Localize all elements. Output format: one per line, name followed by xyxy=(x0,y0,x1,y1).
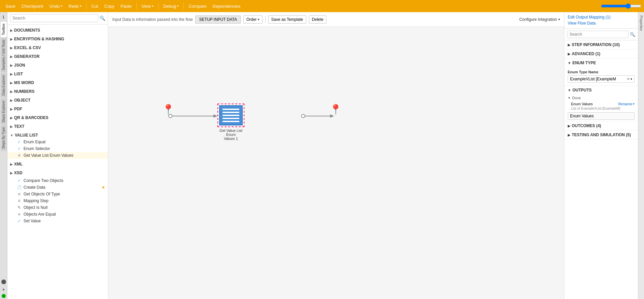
node-inner-box xyxy=(219,105,243,125)
right-panel-header: Edit Output Mapping (1) View Flow Data xyxy=(564,12,638,29)
separator-3 xyxy=(158,3,159,9)
step-information-section-header[interactable]: ▶ STEP INFORMATION (10) xyxy=(564,40,638,49)
section-documents-header[interactable]: ▶ DOCUMENTS xyxy=(7,27,108,34)
right-search-box: 🔍 xyxy=(564,29,638,40)
search-box: 🔍 xyxy=(7,12,108,25)
enum-type-section: ▼ ENUM TYPE Enum Type Name ExampleVList … xyxy=(564,59,638,86)
order-button[interactable]: Order ▾ xyxy=(243,15,263,24)
node-label: Get Value List EnumValues 1 xyxy=(216,128,246,141)
cut-button[interactable]: Cut xyxy=(89,2,101,10)
chevron-right-icon: ▶ xyxy=(568,124,570,128)
order-chevron-icon: ▾ xyxy=(258,18,259,21)
right-search-icon: 🔍 xyxy=(630,32,635,37)
section-object: ▶ OBJECT xyxy=(7,96,108,105)
outcomes-section-header[interactable]: ▶ OUTCOMES (4) xyxy=(564,121,638,130)
section-xml-header[interactable]: ▶ XML xyxy=(7,161,108,167)
tree-item-set-value[interactable]: ✓ Set Value xyxy=(7,218,108,224)
debug-button[interactable]: Debug ▾ xyxy=(161,2,182,10)
view-flow-data-link[interactable]: View Flow Data xyxy=(568,20,635,26)
advanced-section-header[interactable]: ▶ ADVANCED (1) xyxy=(564,49,638,59)
node-box[interactable] xyxy=(217,104,244,127)
enum-type-select[interactable]: ExampleVList [ExampleM ✕ ▾ xyxy=(568,75,635,83)
section-qr-header[interactable]: ▶ QR & BARCODES xyxy=(7,114,108,121)
sidebar: 🔍 ▶ DOCUMENTS ▶ ENCRYPTION & HASHING xyxy=(7,12,108,299)
section-valuelist-header[interactable]: ▼ VALUE LIST xyxy=(7,132,108,139)
clear-icon[interactable]: ✕ xyxy=(627,77,630,81)
configure-integration-button[interactable]: Configure Integration ▾ xyxy=(519,17,560,22)
separator-2 xyxy=(136,3,137,9)
tree-item-create-data[interactable]: 📄 Create Data ★ xyxy=(7,184,108,191)
circle-icon-1 xyxy=(1,279,6,284)
info-icon[interactable]: ℹ xyxy=(1,13,6,21)
section-numbers-header[interactable]: ▶ NUMBERS xyxy=(7,88,108,95)
undo-button[interactable]: Undo ▾ xyxy=(47,2,65,10)
toolbar-separator-canvas xyxy=(265,16,266,23)
dropdown-chevron-icon[interactable]: ▾ xyxy=(631,77,632,81)
tree-container: ▶ DOCUMENTS ▶ ENCRYPTION & HASHING ▶ EXC… xyxy=(7,25,108,299)
copy-button[interactable]: Copy xyxy=(102,2,117,10)
testing-section-header[interactable]: ▶ TESTING AND SIMULATION (5) xyxy=(564,130,638,140)
chevron-right-icon: ▶ xyxy=(10,171,13,175)
search-input[interactable] xyxy=(10,14,98,22)
start-marker: 📍 xyxy=(162,104,174,115)
redo-button[interactable]: Redo ▾ xyxy=(66,2,84,10)
section-list-header[interactable]: ▶ LIST xyxy=(7,71,108,77)
node-line-3 xyxy=(223,115,239,116)
setup-input-data-button[interactable]: SETUP INPUT DATA xyxy=(195,15,240,24)
enum-type-section-header[interactable]: ▼ ENUM TYPE xyxy=(564,59,638,67)
tree-item-get-value-list[interactable]: ≡ Get Value List Enum Values xyxy=(7,152,108,159)
section-encryption-header[interactable]: ▶ ENCRYPTION & HASHING xyxy=(7,36,108,42)
paste-button[interactable]: Paste xyxy=(118,2,134,10)
tree-item-objects-are-equal[interactable]: ≡ Objects Are Equal xyxy=(7,211,108,218)
save-button[interactable]: Save xyxy=(3,2,18,10)
samples-tab[interactable]: Samples / Unit Tests xyxy=(1,38,7,72)
view-button[interactable]: View ▾ xyxy=(139,2,156,10)
pencil-icon: ✎ xyxy=(17,205,22,210)
section-excel-header[interactable]: ▶ EXCEL & CSV xyxy=(7,44,108,51)
section-json: ▶ JSON xyxy=(7,61,108,70)
list-icon: ≡ xyxy=(17,212,22,217)
separator-4 xyxy=(184,3,184,9)
list-icon: ≡ xyxy=(17,153,22,158)
section-text-header[interactable]: ▶ TEXT xyxy=(7,123,108,130)
steps-by-type-tab[interactable]: Steps By Type xyxy=(1,125,7,151)
section-object-header[interactable]: ▶ OBJECT xyxy=(7,97,108,104)
tree-item-enum-selector[interactable]: ✓ Enum Selector xyxy=(7,145,108,152)
section-json-header[interactable]: ▶ JSON xyxy=(7,62,108,69)
section-msword-header[interactable]: ▶ MS WORD xyxy=(7,79,108,86)
outputs-section-header[interactable]: ▼ OUTPUTS xyxy=(564,86,638,95)
steps-explorer-tab[interactable]: Steps Explorer xyxy=(1,99,7,125)
star-icon: ★ xyxy=(102,185,105,190)
zoom-slider[interactable] xyxy=(601,3,641,9)
tree-item-object-is-null[interactable]: ✎ Object Is Null xyxy=(7,204,108,211)
right-search-input[interactable] xyxy=(567,31,629,38)
flow-node-get-value-list[interactable]: Get Value List EnumValues 1 xyxy=(216,104,246,141)
toolbox-tab[interactable]: Toolbox xyxy=(1,22,7,37)
compare-button[interactable]: Compare xyxy=(186,2,209,10)
enum-values-input[interactable] xyxy=(568,112,635,120)
save-as-template-button[interactable]: Save as Template xyxy=(268,15,306,24)
section-xsd: ▶ XSD xyxy=(7,169,108,177)
tree-item-mapping-step[interactable]: ≡ Mapping Step xyxy=(7,197,108,204)
data-explorer-tab[interactable]: Data Explorer xyxy=(1,73,7,98)
edit-output-mapping-link[interactable]: Edit Output Mapping (1) xyxy=(568,14,635,20)
chevron-right-icon: ▶ xyxy=(10,90,13,94)
section-generator-header[interactable]: ▶ GENERATOR xyxy=(7,53,108,60)
tree-item-enum-equal[interactable]: ✓ Enum Equal xyxy=(7,139,108,145)
main-layout: ℹ Toolbox Samples / Unit Tests Data Expl… xyxy=(0,12,644,299)
tree-item-compare-two-objects[interactable]: ✓ Compare Two Objects xyxy=(7,177,108,184)
tree-item-get-objects-of-type[interactable]: ≡ Get Objects Of Type xyxy=(7,191,108,197)
section-xsd-header[interactable]: ▶ XSD xyxy=(7,170,108,176)
dependencies-button[interactable]: Dependencies xyxy=(210,2,243,10)
checkpoint-button[interactable]: Checkpoint xyxy=(19,2,46,10)
delete-button[interactable]: Delete xyxy=(309,15,327,24)
chevron-right-icon: ▶ xyxy=(10,107,13,111)
checkmark-icon: ✓ xyxy=(17,178,22,183)
chevron-down-icon: ▼ xyxy=(10,134,13,137)
undo-chevron-icon: ▾ xyxy=(61,4,63,8)
chevron-down-icon: ▼ xyxy=(568,61,571,65)
flow-canvas[interactable]: 📍 Get Value List EnumValues 1 📍 xyxy=(108,27,564,299)
rename-button[interactable]: Rename ▾ xyxy=(618,102,635,106)
properties-vtab-label[interactable]: Properties xyxy=(639,13,644,33)
section-pdf-header[interactable]: ▶ PDF xyxy=(7,106,108,112)
